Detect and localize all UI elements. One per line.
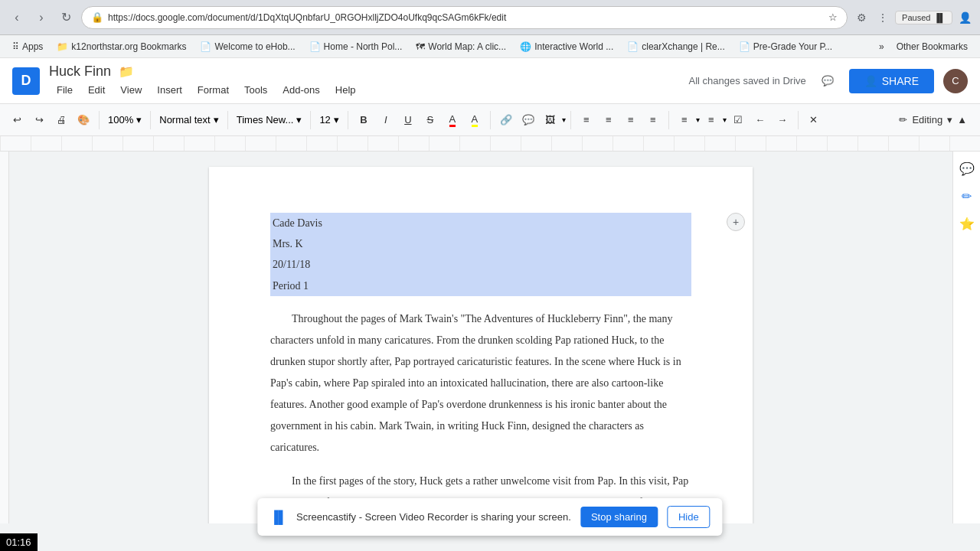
edit-sidebar-icon[interactable]: ✏ bbox=[956, 185, 978, 207]
bullet-list-chevron[interactable]: ▾ bbox=[723, 116, 727, 124]
bookmark-k12[interactable]: 📁 k12northstar.org Bookmarks bbox=[51, 39, 192, 54]
undo-button[interactable]: ↩ bbox=[6, 109, 28, 131]
bookmark-label-6: Pre-Grade Your P... bbox=[753, 41, 832, 52]
image-button[interactable]: 🖼 bbox=[540, 109, 561, 131]
bookmark-icon-0: 📁 bbox=[57, 41, 68, 52]
paint-format-button[interactable]: 🎨 bbox=[73, 109, 94, 131]
recording-timer: 01:16 bbox=[0, 533, 38, 551]
align-justify-button[interactable]: ≡ bbox=[642, 109, 664, 131]
bookmarks-more-button[interactable]: » bbox=[874, 39, 889, 54]
clear-format-button[interactable]: ✕ bbox=[803, 109, 825, 131]
back-button[interactable]: ‹ bbox=[6, 7, 28, 28]
save-status: All changes saved in Drive bbox=[689, 75, 806, 86]
editing-label: Editing bbox=[912, 114, 942, 126]
bookmark-icon-2: 📄 bbox=[309, 41, 321, 52]
zoom-select[interactable]: 100% ▾ bbox=[104, 109, 145, 131]
redo-button[interactable]: ↪ bbox=[28, 109, 50, 131]
align-right-button[interactable]: ≡ bbox=[620, 109, 642, 131]
highlight-button[interactable]: A bbox=[464, 109, 485, 131]
pause-time: ▐▌ bbox=[933, 13, 946, 22]
menu-addons[interactable]: Add-ons bbox=[275, 81, 327, 99]
bookmarks-bar: ⠿ Apps 📁 k12northstar.org Bookmarks 📄 We… bbox=[0, 35, 980, 58]
folder-icon[interactable]: 📁 bbox=[119, 64, 134, 79]
bookmark-clearxchange[interactable]: 📄 clearXchange | Re... bbox=[621, 39, 731, 54]
align-center-button[interactable]: ≡ bbox=[598, 109, 619, 131]
comment-toolbar-button[interactable]: 💬 bbox=[518, 109, 539, 131]
menu-help[interactable]: Help bbox=[328, 81, 364, 99]
checklist-button[interactable]: ☑ bbox=[727, 109, 749, 131]
menu-view[interactable]: View bbox=[113, 81, 149, 99]
decrease-indent-button[interactable]: ← bbox=[750, 109, 771, 131]
num-list-chevron[interactable]: ▾ bbox=[696, 116, 700, 124]
strikethrough-button[interactable]: S bbox=[420, 109, 441, 131]
increase-indent-button[interactable]: → bbox=[772, 109, 793, 131]
align-left-button[interactable]: ≡ bbox=[576, 109, 597, 131]
underline-button[interactable]: U bbox=[397, 109, 419, 131]
hide-button[interactable]: Hide bbox=[667, 506, 710, 528]
bookmark-pregrade[interactable]: 📄 Pre-Grade Your P... bbox=[733, 39, 838, 54]
style-value: Normal text bbox=[159, 114, 210, 126]
teacher-name[interactable]: Mrs. K bbox=[270, 233, 691, 254]
link-button[interactable]: 🔗 bbox=[495, 109, 517, 131]
menu-insert[interactable]: Insert bbox=[149, 81, 190, 99]
bookmark-interactive[interactable]: 🌐 Interactive World ... bbox=[514, 39, 619, 54]
screen-share-bar: ▐▌ Screencastify - Screen Video Recorder… bbox=[257, 498, 722, 536]
bookmark-worldmap[interactable]: 🗺 World Map: A clic... bbox=[410, 39, 512, 54]
document-title[interactable]: Huck Finn bbox=[49, 64, 111, 80]
browser-actions: ⚙ ⋮ Paused ▐▌ 👤 bbox=[852, 8, 974, 27]
editing-collapse[interactable]: ▲ bbox=[957, 114, 967, 126]
reload-button[interactable]: ↻ bbox=[55, 7, 77, 28]
zoom-chevron: ▾ bbox=[136, 114, 142, 126]
body-paragraph-1[interactable]: Throughout the pages of Mark Twain's "Th… bbox=[270, 308, 691, 458]
lock-icon: 🔒 bbox=[91, 11, 103, 23]
stop-sharing-button[interactable]: Stop sharing bbox=[580, 507, 658, 527]
menu-file[interactable]: File bbox=[49, 81, 80, 99]
bold-button[interactable]: B bbox=[353, 109, 374, 131]
numbered-list-button[interactable]: ≡ bbox=[674, 109, 695, 131]
italic-button[interactable]: I bbox=[375, 109, 397, 131]
style-select[interactable]: Normal text ▾ bbox=[155, 109, 222, 131]
other-bookmarks[interactable]: Other Bookmarks bbox=[890, 39, 974, 54]
apps-bookmark[interactable]: ⠿ Apps bbox=[6, 39, 49, 54]
comments-sidebar-icon[interactable]: 💬 bbox=[956, 158, 978, 179]
menu-bar: File Edit View Insert Format Tools Add-o… bbox=[49, 81, 364, 99]
bookmark-home[interactable]: 📄 Home - North Pol... bbox=[303, 39, 409, 54]
editing-mode-selector[interactable]: ✏ Editing ▾ ▲ bbox=[892, 110, 974, 129]
date-field[interactable]: 20/11/18 bbox=[270, 254, 691, 275]
profile-icon[interactable]: 👤 bbox=[956, 8, 974, 27]
font-select[interactable]: Times New... ▾ bbox=[233, 109, 306, 131]
extensions-icon[interactable]: ⚙ bbox=[852, 8, 871, 27]
right-sidebar: 💬 ✏ ⭐ bbox=[952, 152, 980, 523]
menu-icon[interactable]: ⋮ bbox=[874, 8, 892, 27]
bookmark-icon-1: 📄 bbox=[200, 41, 211, 52]
menu-edit[interactable]: Edit bbox=[80, 81, 113, 99]
text-color-icon: A bbox=[449, 113, 456, 127]
apps-icon: ⠿ bbox=[12, 41, 19, 52]
document-area[interactable]: + Cade Davis Mrs. K 20/11/18 Period 1 Th… bbox=[9, 152, 952, 523]
bookmark-label-1: Welcome to eHob... bbox=[214, 41, 295, 52]
comment-button[interactable]: 💬 bbox=[815, 69, 840, 93]
add-page-button[interactable]: + bbox=[727, 213, 745, 231]
forward-button[interactable]: › bbox=[31, 7, 52, 28]
user-avatar[interactable]: C bbox=[943, 69, 968, 93]
text-color-button[interactable]: A bbox=[442, 109, 463, 131]
bullet-list-button[interactable]: ≡ bbox=[701, 109, 722, 131]
screen-share-message: Screencastify - Screen Video Recorder is… bbox=[296, 511, 571, 523]
size-select[interactable]: 12 ▾ bbox=[315, 109, 342, 131]
sep-8 bbox=[668, 111, 669, 129]
period-field[interactable]: Period 1 bbox=[270, 276, 691, 296]
main-layout: + Cade Davis Mrs. K 20/11/18 Period 1 Th… bbox=[0, 152, 980, 523]
menu-tools[interactable]: Tools bbox=[237, 81, 275, 99]
print-button[interactable]: 🖨 bbox=[51, 109, 72, 131]
star-sidebar-icon[interactable]: ⭐ bbox=[956, 213, 978, 234]
app-header: D Huck Finn 📁 File Edit View Insert Form… bbox=[0, 58, 980, 104]
menu-format[interactable]: Format bbox=[190, 81, 237, 99]
bookmark-ehob[interactable]: 📄 Welcome to eHob... bbox=[194, 39, 301, 54]
bookmark-label-0: k12northstar.org Bookmarks bbox=[71, 41, 186, 52]
history-group: ↩ ↪ 🖨 🎨 bbox=[6, 109, 94, 131]
author-name[interactable]: Cade Davis bbox=[270, 213, 691, 233]
address-bar[interactable]: 🔒 https://docs.google.com/document/d/1Dq… bbox=[81, 6, 848, 29]
browser-bar: ‹ › ↻ 🔒 https://docs.google.com/document… bbox=[0, 0, 980, 35]
share-button[interactable]: 👤 SHARE bbox=[849, 69, 934, 93]
image-chevron[interactable]: ▾ bbox=[562, 116, 566, 124]
